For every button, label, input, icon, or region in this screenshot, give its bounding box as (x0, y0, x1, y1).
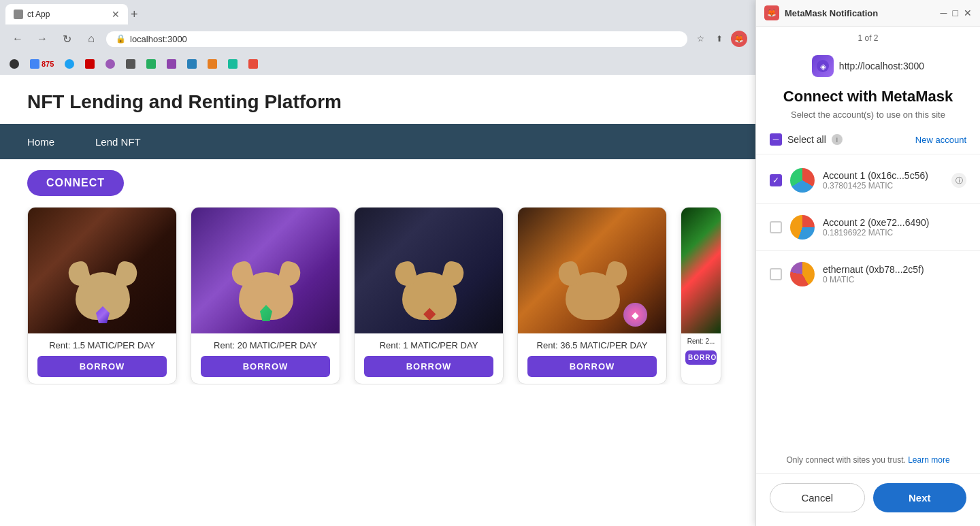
nav-lend-nft[interactable]: Lend NFT (95, 136, 141, 148)
forward-button[interactable]: → (33, 29, 52, 48)
nft-image-1 (28, 208, 177, 333)
navigation-bar: Home Lend NFT (0, 124, 755, 159)
account-3-details: ethernaut (0xb78...2c5f) 0 MATIC (823, 264, 966, 284)
bookmark-9[interactable] (183, 58, 201, 70)
metamask-titlebar: 🦊 MetaMask Notification ─ □ ✕ (756, 0, 980, 27)
page-content: NFT Lending and Renting Platform Home Le… (0, 75, 755, 526)
nft-grid: Rent: 1.5 MATIC/PER DAY BORROW Rent (0, 207, 755, 384)
cancel-button[interactable]: Cancel (770, 483, 865, 512)
home-button[interactable]: ⌂ (82, 29, 101, 48)
address-bar: ← → ↻ ⌂ 🔒 localhost:3000 ☆ ⬆ 🦊 (0, 24, 755, 53)
toolbar-icons: ☆ ⬆ 🦊 (693, 31, 747, 47)
account-3-balance: 0 MATIC (823, 275, 966, 284)
page-counter: 1 of 2 (756, 27, 980, 50)
new-tab-button[interactable]: + (131, 7, 138, 22)
new-account-button[interactable]: New account (915, 135, 966, 145)
nft-image-5 (681, 208, 721, 333)
account-1-name: Account 1 (0x16c...5c56) (823, 170, 943, 181)
bookmarks-bar: 875 (0, 53, 755, 75)
learn-more-link[interactable]: Learn more (908, 455, 949, 465)
divider-1 (756, 203, 980, 204)
nft-image-2 (191, 208, 340, 333)
nft-rent-5: Rent: 2... (685, 338, 717, 345)
metamask-panel: 🦊 MetaMask Notification ─ □ ✕ 1 of 2 ◈ (755, 0, 980, 526)
active-tab[interactable]: ct App ✕ (5, 4, 128, 24)
origin-section: ◈ http://localhost:3000 (756, 50, 980, 88)
share-icon[interactable]: ⬆ (712, 31, 727, 46)
account-2-checkbox[interactable] (770, 221, 782, 233)
nft-rent-4: Rent: 36.5 MATIC/PER DAY (527, 340, 657, 350)
account-2-name: Account 2 (0xe72...6490) (823, 217, 966, 228)
nft-card-2: Rent: 20 MATIC/PER DAY BORROW (191, 207, 340, 384)
nft-image-3: ◆ (355, 208, 504, 333)
account-2-balance: 0.18196922 MATIC (823, 228, 966, 237)
select-all-checkbox[interactable]: ─ (770, 133, 782, 146)
bookmark-11[interactable] (224, 58, 242, 70)
bookmark-8[interactable] (163, 58, 180, 70)
trust-notice-text: Only connect with sites you trust. (786, 455, 905, 465)
nft-rent-2: Rent: 20 MATIC/PER DAY (201, 340, 330, 350)
account-item-3[interactable]: ethernaut (0xb78...2c5f) 0 MATIC (756, 254, 980, 295)
account-2-avatar (790, 215, 815, 240)
bookmark-10[interactable] (203, 58, 221, 70)
bookmark-twitter[interactable] (61, 58, 78, 70)
metamask-fox-icon: 🦊 (764, 5, 779, 20)
tab-favicon (14, 10, 23, 19)
bookmark-4[interactable] (81, 58, 99, 70)
nft-rent-1: Rent: 1.5 MATIC/PER DAY (37, 340, 167, 350)
select-all-info-icon[interactable]: i (832, 134, 843, 145)
next-button[interactable]: Next (873, 483, 967, 512)
origin-icon: ◈ (812, 55, 834, 77)
divider-2 (756, 250, 980, 251)
metamask-title-text: Connect with MetaMask (770, 88, 966, 105)
bookmark-5[interactable] (101, 58, 119, 70)
bookmark-icon[interactable]: ☆ (693, 31, 708, 46)
account-3-checkbox[interactable] (770, 268, 782, 280)
borrow-button-4[interactable]: BORROW (527, 356, 657, 377)
page-title: NFT Lending and Renting Platform (0, 75, 755, 124)
url-bar[interactable]: 🔒 localhost:3000 (106, 31, 687, 47)
account-item-1[interactable]: ✓ Account 1 (0x16c...5c56) 0.37801425 MA… (756, 160, 980, 201)
minimize-button[interactable]: ─ (941, 7, 947, 18)
trust-notice: Only connect with sites you trust. Learn… (756, 447, 980, 473)
back-button[interactable]: ← (8, 29, 27, 48)
origin-url: http://localhost:3000 (839, 61, 924, 71)
select-all-row: ─ Select all i New account (756, 125, 980, 154)
restore-button[interactable]: □ (953, 7, 958, 18)
metamask-subheading: Select the account(s) to use on this sit… (770, 110, 966, 120)
borrow-button-3[interactable]: BORROW (364, 356, 493, 377)
bookmark-2[interactable]: 875 (26, 58, 58, 70)
close-button[interactable]: ✕ (964, 7, 972, 18)
bookmark-github[interactable] (5, 58, 23, 70)
nft-card-5: Rent: 2... BORROW (681, 207, 721, 384)
nft-image-4: ◆ (518, 208, 667, 333)
svg-text:◈: ◈ (819, 62, 826, 71)
accounts-list: ✓ Account 1 (0x16c...5c56) 0.37801425 MA… (756, 154, 980, 447)
borrow-button-2[interactable]: BORROW (201, 356, 330, 377)
borrow-button-5[interactable]: BORROW (685, 350, 717, 365)
nav-home[interactable]: Home (27, 136, 54, 148)
account-item-2[interactable]: Account 2 (0xe72...6490) 0.18196922 MATI… (756, 207, 980, 248)
bookmark-12[interactable] (244, 58, 262, 70)
bookmark-6[interactable] (122, 58, 140, 70)
tab-title: ct App (27, 10, 50, 19)
account-1-details: Account 1 (0x16c...5c56) 0.37801425 MATI… (823, 170, 943, 191)
nft-card-3: ◆ Rent: 1 MATIC/PER DAY BORROW (354, 207, 504, 384)
account-3-avatar (790, 262, 815, 286)
account-2-details: Account 2 (0xe72...6490) 0.18196922 MATI… (823, 217, 966, 237)
bookmark-7[interactable] (142, 58, 160, 70)
nft-rent-3: Rent: 1 MATIC/PER DAY (364, 340, 493, 350)
borrow-button-1[interactable]: BORROW (37, 356, 167, 377)
tab-close-button[interactable]: ✕ (112, 9, 120, 20)
svg-text:🦊: 🦊 (767, 8, 777, 18)
extension-icon-1[interactable]: 🦊 (731, 31, 747, 47)
metamask-body: 1 of 2 ◈ http://localhost:3000 Connect w… (756, 27, 980, 526)
refresh-button[interactable]: ↻ (57, 29, 76, 48)
connect-button[interactable]: CONNECT (27, 170, 124, 196)
tab-bar: ct App ✕ + (0, 0, 755, 24)
account-1-balance: 0.37801425 MATIC (823, 181, 943, 191)
metamask-heading: Connect with MetaMask Select the account… (756, 88, 980, 125)
account-1-checkbox[interactable]: ✓ (770, 174, 782, 186)
account-1-info-button[interactable]: ⓘ (951, 173, 966, 188)
metamask-title: MetaMask Notification (785, 8, 878, 18)
